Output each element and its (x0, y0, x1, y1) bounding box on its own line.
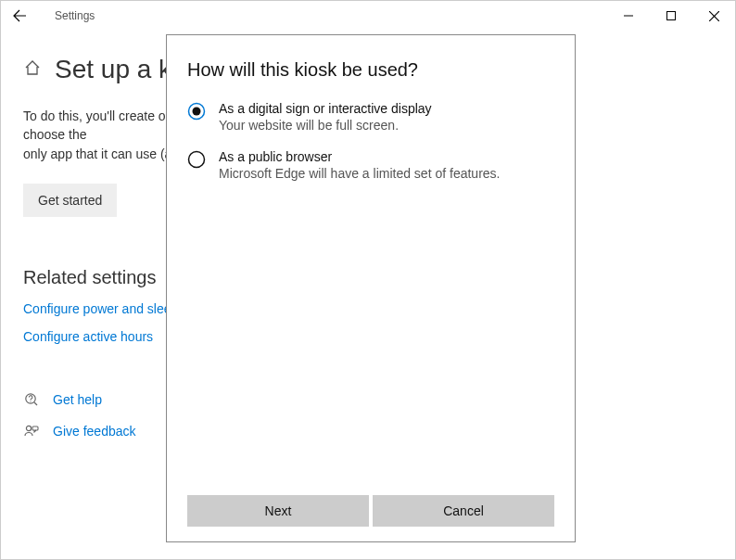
svg-point-9 (193, 108, 201, 116)
option-label: As a digital sign or interactive display (219, 101, 432, 116)
dialog-title: How will this kiosk be used? (187, 59, 554, 81)
option-digital-sign[interactable]: As a digital sign or interactive display… (187, 101, 554, 133)
svg-point-10 (189, 152, 205, 168)
next-button[interactable]: Next (187, 495, 369, 527)
radio-unselected-icon (187, 150, 206, 169)
option-desc: Microsoft Edge will have a limited set o… (219, 166, 500, 181)
dialog-overlay: How will this kiosk be used? As a digita… (1, 1, 735, 559)
option-label: As a public browser (219, 149, 500, 164)
kiosk-usage-dialog: How will this kiosk be used? As a digita… (166, 34, 576, 542)
option-desc: Your website will be full screen. (219, 118, 432, 133)
radio-selected-icon (187, 102, 206, 121)
option-public-browser[interactable]: As a public browser Microsoft Edge will … (187, 149, 554, 181)
cancel-button[interactable]: Cancel (373, 495, 554, 527)
